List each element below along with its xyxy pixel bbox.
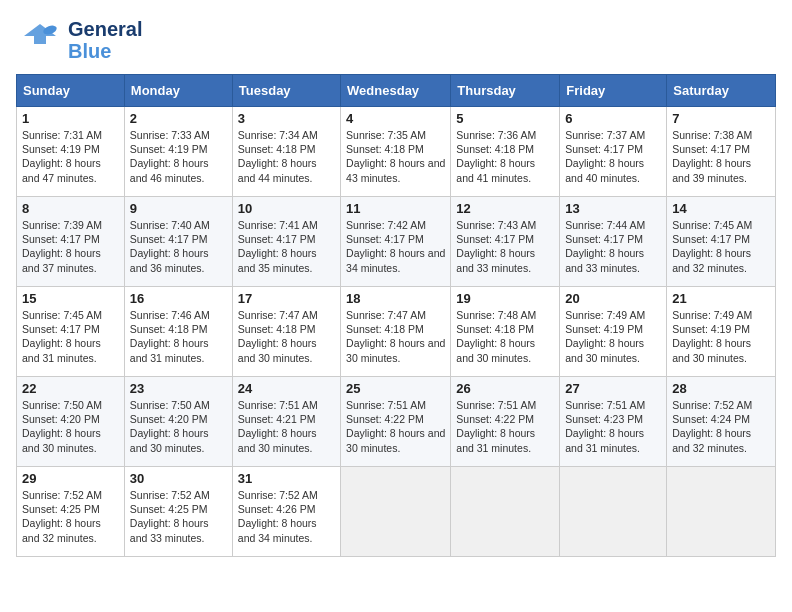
cell-daylight: Daylight: 8 hours and 33 minutes. [456,247,535,273]
cell-sunrise: Sunrise: 7:51 AM [456,399,536,411]
day-number: 14 [672,201,770,216]
column-header-thursday: Thursday [451,75,560,107]
cell-sunrise: Sunrise: 7:52 AM [672,399,752,411]
cell-sunrise: Sunrise: 7:45 AM [22,309,102,321]
calendar-cell: 10 Sunrise: 7:41 AM Sunset: 4:17 PM Dayl… [232,197,340,287]
day-number: 25 [346,381,445,396]
calendar-cell: 18 Sunrise: 7:47 AM Sunset: 4:18 PM Dayl… [341,287,451,377]
cell-sunrise: Sunrise: 7:37 AM [565,129,645,141]
calendar-cell: 23 Sunrise: 7:50 AM Sunset: 4:20 PM Dayl… [124,377,232,467]
calendar-cell: 11 Sunrise: 7:42 AM Sunset: 4:17 PM Dayl… [341,197,451,287]
cell-sunset: Sunset: 4:26 PM [238,503,316,515]
cell-sunset: Sunset: 4:22 PM [346,413,424,425]
day-number: 8 [22,201,119,216]
day-number: 31 [238,471,335,486]
cell-sunrise: Sunrise: 7:38 AM [672,129,752,141]
cell-sunrise: Sunrise: 7:49 AM [672,309,752,321]
day-number: 9 [130,201,227,216]
day-number: 23 [130,381,227,396]
cell-sunrise: Sunrise: 7:39 AM [22,219,102,231]
calendar-cell: 31 Sunrise: 7:52 AM Sunset: 4:26 PM Dayl… [232,467,340,557]
day-number: 20 [565,291,661,306]
cell-sunset: Sunset: 4:18 PM [456,143,534,155]
column-header-friday: Friday [560,75,667,107]
cell-sunrise: Sunrise: 7:45 AM [672,219,752,231]
calendar-table: SundayMondayTuesdayWednesdayThursdayFrid… [16,74,776,557]
calendar-cell [451,467,560,557]
cell-sunset: Sunset: 4:17 PM [22,323,100,335]
cell-sunrise: Sunrise: 7:34 AM [238,129,318,141]
cell-daylight: Daylight: 8 hours and 32 minutes. [672,427,751,453]
cell-sunset: Sunset: 4:21 PM [238,413,316,425]
cell-sunset: Sunset: 4:17 PM [238,233,316,245]
cell-sunset: Sunset: 4:17 PM [565,233,643,245]
calendar-header-row: SundayMondayTuesdayWednesdayThursdayFrid… [17,75,776,107]
calendar-cell: 3 Sunrise: 7:34 AM Sunset: 4:18 PM Dayli… [232,107,340,197]
cell-sunset: Sunset: 4:17 PM [565,143,643,155]
cell-sunset: Sunset: 4:24 PM [672,413,750,425]
cell-daylight: Daylight: 8 hours and 32 minutes. [22,517,101,543]
day-number: 15 [22,291,119,306]
page-header: General Blue [16,16,776,64]
calendar-week-3: 15 Sunrise: 7:45 AM Sunset: 4:17 PM Dayl… [17,287,776,377]
cell-daylight: Daylight: 8 hours and 33 minutes. [130,517,209,543]
calendar-cell [341,467,451,557]
cell-sunset: Sunset: 4:18 PM [130,323,208,335]
day-number: 11 [346,201,445,216]
calendar-cell: 26 Sunrise: 7:51 AM Sunset: 4:22 PM Dayl… [451,377,560,467]
day-number: 30 [130,471,227,486]
cell-sunrise: Sunrise: 7:51 AM [565,399,645,411]
cell-sunrise: Sunrise: 7:51 AM [238,399,318,411]
calendar-cell: 15 Sunrise: 7:45 AM Sunset: 4:17 PM Dayl… [17,287,125,377]
cell-daylight: Daylight: 8 hours and 33 minutes. [565,247,644,273]
cell-daylight: Daylight: 8 hours and 30 minutes. [346,337,445,363]
cell-sunrise: Sunrise: 7:31 AM [22,129,102,141]
cell-daylight: Daylight: 8 hours and 34 minutes. [346,247,445,273]
calendar-cell: 13 Sunrise: 7:44 AM Sunset: 4:17 PM Dayl… [560,197,667,287]
cell-sunrise: Sunrise: 7:41 AM [238,219,318,231]
calendar-cell: 8 Sunrise: 7:39 AM Sunset: 4:17 PM Dayli… [17,197,125,287]
cell-daylight: Daylight: 8 hours and 30 minutes. [238,337,317,363]
cell-sunset: Sunset: 4:17 PM [346,233,424,245]
calendar-cell: 5 Sunrise: 7:36 AM Sunset: 4:18 PM Dayli… [451,107,560,197]
cell-daylight: Daylight: 8 hours and 30 minutes. [130,427,209,453]
cell-sunset: Sunset: 4:20 PM [130,413,208,425]
calendar-cell: 16 Sunrise: 7:46 AM Sunset: 4:18 PM Dayl… [124,287,232,377]
cell-sunrise: Sunrise: 7:43 AM [456,219,536,231]
cell-sunrise: Sunrise: 7:47 AM [346,309,426,321]
cell-daylight: Daylight: 8 hours and 37 minutes. [22,247,101,273]
day-number: 10 [238,201,335,216]
cell-daylight: Daylight: 8 hours and 30 minutes. [238,427,317,453]
cell-sunrise: Sunrise: 7:36 AM [456,129,536,141]
cell-daylight: Daylight: 8 hours and 46 minutes. [130,157,209,183]
cell-sunrise: Sunrise: 7:52 AM [238,489,318,501]
day-number: 18 [346,291,445,306]
cell-daylight: Daylight: 8 hours and 30 minutes. [22,427,101,453]
day-number: 7 [672,111,770,126]
calendar-cell: 1 Sunrise: 7:31 AM Sunset: 4:19 PM Dayli… [17,107,125,197]
day-number: 26 [456,381,554,396]
day-number: 22 [22,381,119,396]
cell-sunset: Sunset: 4:18 PM [238,323,316,335]
cell-daylight: Daylight: 8 hours and 34 minutes. [238,517,317,543]
column-header-sunday: Sunday [17,75,125,107]
column-header-wednesday: Wednesday [341,75,451,107]
cell-sunrise: Sunrise: 7:35 AM [346,129,426,141]
day-number: 17 [238,291,335,306]
cell-sunset: Sunset: 4:18 PM [238,143,316,155]
cell-daylight: Daylight: 8 hours and 40 minutes. [565,157,644,183]
cell-sunrise: Sunrise: 7:49 AM [565,309,645,321]
cell-daylight: Daylight: 8 hours and 36 minutes. [130,247,209,273]
cell-daylight: Daylight: 8 hours and 44 minutes. [238,157,317,183]
calendar-cell: 20 Sunrise: 7:49 AM Sunset: 4:19 PM Dayl… [560,287,667,377]
day-number: 19 [456,291,554,306]
calendar-week-5: 29 Sunrise: 7:52 AM Sunset: 4:25 PM Dayl… [17,467,776,557]
cell-daylight: Daylight: 8 hours and 47 minutes. [22,157,101,183]
calendar-cell: 6 Sunrise: 7:37 AM Sunset: 4:17 PM Dayli… [560,107,667,197]
calendar-cell: 25 Sunrise: 7:51 AM Sunset: 4:22 PM Dayl… [341,377,451,467]
calendar-week-1: 1 Sunrise: 7:31 AM Sunset: 4:19 PM Dayli… [17,107,776,197]
calendar-cell: 7 Sunrise: 7:38 AM Sunset: 4:17 PM Dayli… [667,107,776,197]
cell-sunset: Sunset: 4:17 PM [456,233,534,245]
cell-sunrise: Sunrise: 7:44 AM [565,219,645,231]
calendar-cell: 28 Sunrise: 7:52 AM Sunset: 4:24 PM Dayl… [667,377,776,467]
